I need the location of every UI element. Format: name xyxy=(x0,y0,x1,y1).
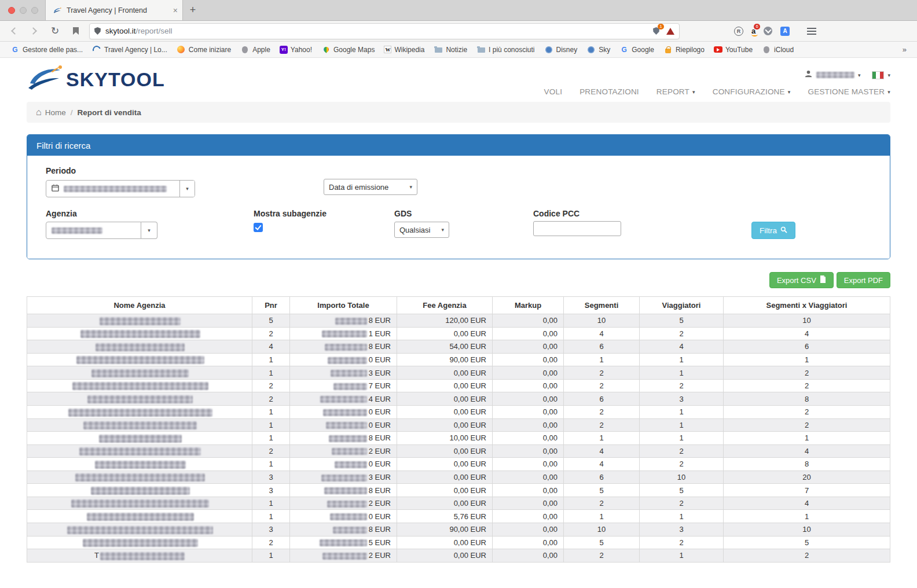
redacted-importo xyxy=(324,487,367,494)
tab-close-icon[interactable]: × xyxy=(173,6,178,14)
bookmark-item[interactable]: Wikipedia xyxy=(380,45,428,55)
bookmark-item[interactable]: Travel Agency | Lo... xyxy=(89,44,171,56)
cell-viaggiatori: 3 xyxy=(640,523,724,536)
cell-pnr: 2 xyxy=(252,327,290,340)
bookmark-item[interactable]: Riepilogo xyxy=(660,44,708,56)
redacted-importo xyxy=(326,422,367,429)
cell-viaggiatori: 2 xyxy=(640,458,724,471)
cell-markup: 0,00 xyxy=(493,418,564,432)
nav-item-configurazione[interactable]: CONFIGURAZIONE▾ xyxy=(713,87,791,96)
address-bar[interactable]: skytool.it/report/sell 1 xyxy=(89,23,680,39)
bookmark-item[interactable]: iCloud xyxy=(758,44,797,56)
cell-viaggiatori: 1 xyxy=(640,418,724,432)
window-close-button[interactable] xyxy=(8,7,15,14)
cell-pnr: 1 xyxy=(252,353,290,366)
sales-report-table: Nome Agenzia Pnr Importo Totale Fee Agen… xyxy=(27,296,890,563)
triangle-extension-icon[interactable] xyxy=(666,28,674,35)
user-menu-caret-icon[interactable]: ▾ xyxy=(858,72,861,78)
bookmark-item[interactable]: Disney xyxy=(541,44,581,56)
language-menu-caret-icon[interactable]: ▾ xyxy=(887,72,890,78)
export-buttons: Export CSV Export PDF xyxy=(27,272,890,288)
bookmark-item[interactable]: I più conosciuti xyxy=(473,44,538,56)
site-header: SKYTOOL ▾ ▾ VOLI PRENOTAZIONI REPORT▾ CO… xyxy=(27,65,890,96)
cell-segmenti: 4 xyxy=(564,327,640,340)
breadcrumb-home-link[interactable]: ⌂ Home xyxy=(36,108,66,117)
tracking-protection-shield-icon[interactable] xyxy=(94,27,101,35)
nav-item-voli[interactable]: VOLI xyxy=(544,87,563,96)
export-pdf-button[interactable]: Export PDF xyxy=(837,272,890,288)
cell-viaggiatori: 2 xyxy=(640,536,724,549)
shield-extension-button[interactable]: 1 xyxy=(653,27,659,35)
browser-tab[interactable]: Travel Agency | Frontend × xyxy=(45,0,183,20)
nav-item-report[interactable]: REPORT▾ xyxy=(656,87,695,96)
agenzia-dropdown-button[interactable]: ▾ xyxy=(141,222,157,239)
reload-button[interactable]: ↻ xyxy=(47,24,63,39)
window-minimize-button[interactable] xyxy=(20,7,27,14)
translate-extension-icon[interactable]: A xyxy=(780,27,790,36)
table-row: 2 1 EUR 0,00 EUR 0,00 4 2 4 xyxy=(27,327,890,340)
bookmark-item[interactable]: Sky xyxy=(583,44,614,56)
cell-markup: 0,00 xyxy=(493,327,564,340)
redacted-importo xyxy=(335,318,367,325)
bookmark-sidebar-button[interactable] xyxy=(68,24,83,39)
daterange-dropdown-button[interactable]: ▾ xyxy=(179,181,195,197)
skytool-logo[interactable]: SKYTOOL xyxy=(27,65,165,94)
table-row: 3 3 EUR 0,00 EUR 0,00 6 10 20 xyxy=(27,471,890,484)
pocket-extension-icon[interactable] xyxy=(764,27,772,35)
forward-button[interactable] xyxy=(27,24,42,39)
bookmark-item[interactable]: Come iniziare xyxy=(173,44,234,56)
cell-importo-totale: 8 EUR xyxy=(290,432,397,445)
menu-hamburger-icon[interactable] xyxy=(807,28,816,35)
bookmark-item[interactable]: Apple xyxy=(237,44,274,56)
redacted-agency-name xyxy=(91,487,190,495)
header-viaggiatori: Viaggiatori xyxy=(640,297,724,314)
chevron-down-icon: ▾ xyxy=(887,89,890,95)
cell-segmenti-x-viaggiatori: 2 xyxy=(724,405,890,418)
r-extension-icon[interactable]: R xyxy=(734,27,743,36)
new-tab-button[interactable]: + xyxy=(183,0,203,20)
bookmark-item[interactable]: Gestore delle pas... xyxy=(7,44,86,56)
cell-importo-totale: 2 EUR xyxy=(290,444,397,458)
redacted-agency-name xyxy=(68,409,212,417)
redacted-agency-name xyxy=(83,539,198,547)
amazon-extension-button[interactable]: a 6 xyxy=(751,27,755,35)
redacted-agency-name xyxy=(95,461,186,469)
cell-importo-totale: 5 EUR xyxy=(290,536,397,549)
bookmark-item[interactable]: YouTube xyxy=(710,45,756,55)
filters-panel: Filtri di ricerca Periodo ▾ Data di emis… xyxy=(27,134,890,259)
table-row: 2 7 EUR 0,00 EUR 0,00 2 2 2 xyxy=(27,379,890,392)
codice-pcc-input[interactable] xyxy=(533,221,621,236)
cell-importo-totale: 0 EUR xyxy=(290,510,397,523)
cell-fee-agenzia: 0,00 EUR xyxy=(397,471,493,484)
bookmark-item[interactable]: Notizie xyxy=(430,44,471,56)
nav-item-prenotazioni[interactable]: PRENOTAZIONI xyxy=(579,87,639,96)
nav-item-gestione-master[interactable]: GESTIONE MASTER▾ xyxy=(808,87,891,96)
bookmark-item[interactable]: Google xyxy=(616,44,658,56)
redacted-importo xyxy=(335,461,367,468)
data-emissione-select[interactable]: Data di emissione ▾ xyxy=(324,179,417,195)
cell-segmenti-x-viaggiatori: 2 xyxy=(724,379,890,392)
cell-markup: 0,00 xyxy=(493,523,564,536)
cell-pnr: 3 xyxy=(252,484,290,497)
redacted-agency-name xyxy=(83,421,197,429)
tab-title: Travel Agency | Frontend xyxy=(67,6,168,14)
window-zoom-button[interactable] xyxy=(31,7,38,14)
periodo-daterange-input[interactable]: ▾ xyxy=(46,180,195,197)
gds-select[interactable]: Qualsiasi ▾ xyxy=(394,222,449,238)
cell-nome-agenzia xyxy=(27,536,252,549)
cell-importo-totale: 0 EUR xyxy=(290,353,397,366)
back-button[interactable] xyxy=(6,24,21,39)
filtra-button[interactable]: Filtra xyxy=(751,222,795,239)
export-csv-button[interactable]: Export CSV xyxy=(769,272,834,288)
cell-nome-agenzia xyxy=(27,366,252,380)
language-flag-italy-icon[interactable] xyxy=(872,71,884,79)
bookmark-item[interactable]: Yahoo! xyxy=(276,45,316,55)
bookmark-favicon-icon xyxy=(321,45,331,54)
bookmarks-overflow-chevron[interactable]: » xyxy=(899,45,910,54)
bookmark-item[interactable]: Google Maps xyxy=(318,44,378,56)
cell-importo-totale: 8 EUR xyxy=(290,314,397,328)
chevron-down-icon: ▾ xyxy=(409,184,412,190)
agenzia-input[interactable] xyxy=(46,222,141,239)
mostra-subagenzie-checkbox[interactable] xyxy=(254,223,263,232)
cell-nome-agenzia xyxy=(27,340,252,354)
